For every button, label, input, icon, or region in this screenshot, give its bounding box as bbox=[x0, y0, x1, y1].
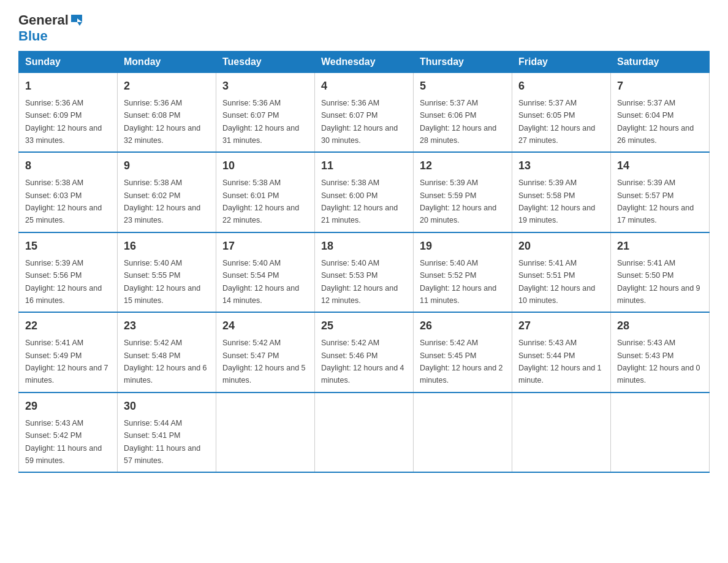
day-number: 9 bbox=[124, 158, 210, 174]
day-cell: 12 Sunrise: 5:39 AMSunset: 5:59 PMDaylig… bbox=[414, 152, 512, 232]
day-cell: 24 Sunrise: 5:42 AMSunset: 5:47 PMDaylig… bbox=[216, 312, 315, 393]
day-info: Sunrise: 5:42 AMSunset: 5:45 PMDaylight:… bbox=[420, 339, 503, 385]
week-row-1: 1 Sunrise: 5:36 AMSunset: 6:09 PMDayligh… bbox=[19, 72, 710, 152]
day-info: Sunrise: 5:41 AMSunset: 5:50 PMDaylight:… bbox=[617, 259, 700, 305]
day-number: 24 bbox=[222, 318, 308, 334]
day-info: Sunrise: 5:44 AMSunset: 5:41 PMDaylight:… bbox=[124, 419, 200, 465]
day-number: 7 bbox=[617, 78, 703, 94]
day-number: 17 bbox=[222, 238, 308, 255]
day-info: Sunrise: 5:37 AMSunset: 6:04 PMDaylight:… bbox=[617, 99, 694, 145]
day-cell: 18 Sunrise: 5:40 AMSunset: 5:53 PMDaylig… bbox=[315, 232, 414, 313]
day-info: Sunrise: 5:43 AMSunset: 5:42 PMDaylight:… bbox=[25, 419, 102, 465]
weekday-header-saturday: Saturday bbox=[611, 51, 710, 72]
day-number: 3 bbox=[222, 78, 308, 94]
day-info: Sunrise: 5:40 AMSunset: 5:53 PMDaylight:… bbox=[321, 259, 398, 305]
day-info: Sunrise: 5:39 AMSunset: 5:59 PMDaylight:… bbox=[420, 178, 496, 224]
day-cell: 13 Sunrise: 5:39 AMSunset: 5:58 PMDaylig… bbox=[512, 152, 611, 232]
day-info: Sunrise: 5:38 AMSunset: 6:01 PMDaylight:… bbox=[222, 178, 299, 224]
page-header: General Blue bbox=[18, 12, 710, 45]
logo-text-blue: Blue bbox=[18, 28, 48, 44]
day-number: 29 bbox=[25, 398, 111, 415]
day-number: 1 bbox=[25, 78, 111, 94]
day-info: Sunrise: 5:42 AMSunset: 5:47 PMDaylight:… bbox=[222, 339, 306, 385]
day-info: Sunrise: 5:38 AMSunset: 6:03 PMDaylight:… bbox=[25, 178, 102, 224]
logo-arrow-icon bbox=[70, 13, 85, 27]
weekday-header-tuesday: Tuesday bbox=[216, 51, 315, 72]
week-row-2: 8 Sunrise: 5:38 AMSunset: 6:03 PMDayligh… bbox=[19, 152, 710, 232]
weekday-header-sunday: Sunday bbox=[19, 51, 118, 72]
weekday-header-friday: Friday bbox=[512, 51, 611, 72]
day-number: 30 bbox=[124, 398, 210, 415]
day-cell: 30 Sunrise: 5:44 AMSunset: 5:41 PMDaylig… bbox=[118, 393, 216, 473]
day-cell: 4 Sunrise: 5:36 AMSunset: 6:07 PMDayligh… bbox=[315, 72, 414, 152]
day-number: 8 bbox=[25, 158, 111, 174]
day-number: 14 bbox=[617, 158, 703, 174]
day-info: Sunrise: 5:37 AMSunset: 6:06 PMDaylight:… bbox=[420, 99, 496, 145]
weekday-header-wednesday: Wednesday bbox=[315, 51, 414, 72]
day-info: Sunrise: 5:36 AMSunset: 6:09 PMDaylight:… bbox=[25, 99, 102, 145]
day-info: Sunrise: 5:38 AMSunset: 6:02 PMDaylight:… bbox=[124, 178, 200, 224]
weekday-header-thursday: Thursday bbox=[414, 51, 512, 72]
week-row-4: 22 Sunrise: 5:41 AMSunset: 5:49 PMDaylig… bbox=[19, 312, 710, 393]
day-cell bbox=[611, 393, 710, 473]
logo[interactable]: General Blue bbox=[18, 12, 85, 45]
day-info: Sunrise: 5:42 AMSunset: 5:46 PMDaylight:… bbox=[321, 339, 404, 385]
day-cell: 23 Sunrise: 5:42 AMSunset: 5:48 PMDaylig… bbox=[118, 312, 216, 393]
day-info: Sunrise: 5:43 AMSunset: 5:43 PMDaylight:… bbox=[617, 339, 700, 385]
day-cell: 8 Sunrise: 5:38 AMSunset: 6:03 PMDayligh… bbox=[19, 152, 118, 232]
day-number: 18 bbox=[321, 238, 407, 255]
day-number: 5 bbox=[420, 78, 506, 94]
day-info: Sunrise: 5:36 AMSunset: 6:07 PMDaylight:… bbox=[222, 99, 299, 145]
day-number: 15 bbox=[25, 238, 111, 255]
day-number: 6 bbox=[518, 78, 604, 94]
day-cell: 10 Sunrise: 5:38 AMSunset: 6:01 PMDaylig… bbox=[216, 152, 315, 232]
weekday-header-monday: Monday bbox=[118, 51, 216, 72]
day-info: Sunrise: 5:37 AMSunset: 6:05 PMDaylight:… bbox=[518, 99, 595, 145]
day-cell bbox=[414, 393, 512, 473]
day-info: Sunrise: 5:43 AMSunset: 5:44 PMDaylight:… bbox=[518, 339, 602, 385]
day-cell: 19 Sunrise: 5:40 AMSunset: 5:52 PMDaylig… bbox=[414, 232, 512, 313]
day-cell bbox=[315, 393, 414, 473]
day-info: Sunrise: 5:41 AMSunset: 5:49 PMDaylight:… bbox=[25, 339, 108, 385]
day-number: 13 bbox=[518, 158, 604, 174]
day-number: 22 bbox=[25, 318, 111, 334]
day-cell: 14 Sunrise: 5:39 AMSunset: 5:57 PMDaylig… bbox=[611, 152, 710, 232]
svg-marker-1 bbox=[77, 22, 82, 26]
day-cell: 1 Sunrise: 5:36 AMSunset: 6:09 PMDayligh… bbox=[19, 72, 118, 152]
svg-marker-0 bbox=[71, 15, 82, 22]
day-cell: 7 Sunrise: 5:37 AMSunset: 6:04 PMDayligh… bbox=[611, 72, 710, 152]
day-info: Sunrise: 5:39 AMSunset: 5:58 PMDaylight:… bbox=[518, 178, 595, 224]
day-cell: 17 Sunrise: 5:40 AMSunset: 5:54 PMDaylig… bbox=[216, 232, 315, 313]
day-number: 23 bbox=[124, 318, 210, 334]
day-cell: 28 Sunrise: 5:43 AMSunset: 5:43 PMDaylig… bbox=[611, 312, 710, 393]
day-cell: 3 Sunrise: 5:36 AMSunset: 6:07 PMDayligh… bbox=[216, 72, 315, 152]
day-cell: 25 Sunrise: 5:42 AMSunset: 5:46 PMDaylig… bbox=[315, 312, 414, 393]
day-info: Sunrise: 5:39 AMSunset: 5:57 PMDaylight:… bbox=[617, 178, 694, 224]
day-number: 4 bbox=[321, 78, 407, 94]
day-info: Sunrise: 5:42 AMSunset: 5:48 PMDaylight:… bbox=[124, 339, 207, 385]
week-row-3: 15 Sunrise: 5:39 AMSunset: 5:56 PMDaylig… bbox=[19, 232, 710, 313]
day-cell: 20 Sunrise: 5:41 AMSunset: 5:51 PMDaylig… bbox=[512, 232, 611, 313]
day-cell: 2 Sunrise: 5:36 AMSunset: 6:08 PMDayligh… bbox=[118, 72, 216, 152]
day-cell: 21 Sunrise: 5:41 AMSunset: 5:50 PMDaylig… bbox=[611, 232, 710, 313]
day-cell: 22 Sunrise: 5:41 AMSunset: 5:49 PMDaylig… bbox=[19, 312, 118, 393]
day-info: Sunrise: 5:39 AMSunset: 5:56 PMDaylight:… bbox=[25, 259, 102, 305]
day-cell: 9 Sunrise: 5:38 AMSunset: 6:02 PMDayligh… bbox=[118, 152, 216, 232]
day-info: Sunrise: 5:40 AMSunset: 5:55 PMDaylight:… bbox=[124, 259, 200, 305]
day-cell: 29 Sunrise: 5:43 AMSunset: 5:42 PMDaylig… bbox=[19, 393, 118, 473]
day-number: 26 bbox=[420, 318, 506, 334]
day-number: 10 bbox=[222, 158, 308, 174]
calendar-header-row: SundayMondayTuesdayWednesdayThursdayFrid… bbox=[19, 51, 710, 72]
day-info: Sunrise: 5:36 AMSunset: 6:07 PMDaylight:… bbox=[321, 99, 398, 145]
day-info: Sunrise: 5:38 AMSunset: 6:00 PMDaylight:… bbox=[321, 178, 398, 224]
day-number: 25 bbox=[321, 318, 407, 334]
day-number: 20 bbox=[518, 238, 604, 255]
day-cell: 6 Sunrise: 5:37 AMSunset: 6:05 PMDayligh… bbox=[512, 72, 611, 152]
day-cell bbox=[216, 393, 315, 473]
day-cell: 11 Sunrise: 5:38 AMSunset: 6:00 PMDaylig… bbox=[315, 152, 414, 232]
logo-text-general: General bbox=[18, 12, 69, 28]
day-number: 21 bbox=[617, 238, 703, 255]
day-cell: 5 Sunrise: 5:37 AMSunset: 6:06 PMDayligh… bbox=[414, 72, 512, 152]
day-number: 27 bbox=[518, 318, 604, 334]
week-row-5: 29 Sunrise: 5:43 AMSunset: 5:42 PMDaylig… bbox=[19, 393, 710, 473]
